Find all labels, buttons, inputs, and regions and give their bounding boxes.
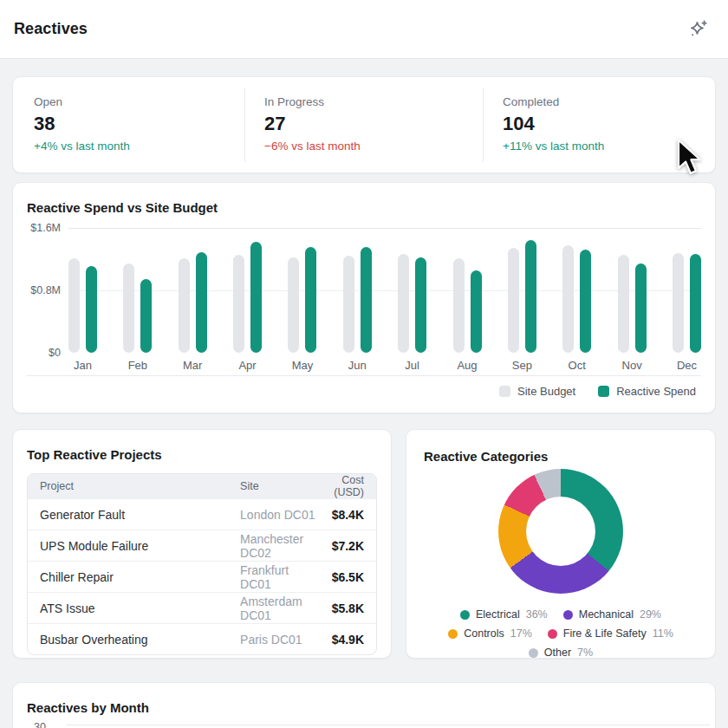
bar-group-dec — [673, 253, 701, 353]
ai-assist-button[interactable] — [683, 15, 712, 44]
stat-label: Open — [34, 95, 244, 109]
bar-site-budget — [508, 248, 519, 353]
legend-label: Electrical — [476, 606, 520, 623]
reactives-by-month-card: Reactives by Month 30 — [12, 682, 716, 728]
stat-delta: −6% vs last month — [264, 139, 483, 154]
legend-percent: 7% — [577, 644, 593, 661]
page-header: Reactives — [0, 0, 728, 59]
stat-label: In Progress — [264, 95, 483, 109]
stat-delta: +4% vs last month — [34, 139, 244, 154]
column-header-site: Site — [228, 474, 322, 498]
stats-summary-card: Open 38 +4% vs last month In Progress 27… — [12, 76, 716, 173]
x-axis-label: Nov — [618, 359, 647, 373]
bar-reactive-spend — [86, 266, 97, 353]
table-row: UPS Module FailureManchester DC02$7.2K — [28, 530, 376, 561]
bar-site-budget — [562, 245, 574, 353]
y-axis-tick: 30 — [34, 721, 46, 728]
donut-legend-item-mechanical: Mechanical29% — [556, 606, 669, 623]
bar-reactive-spend — [635, 263, 647, 353]
bar-reactive-spend — [690, 254, 701, 353]
cost-cell: $6.5K — [322, 561, 376, 592]
project-cell: UPS Module Failure — [28, 530, 228, 561]
x-axis-label: Apr — [233, 359, 262, 373]
project-cell: Busbar Overheating — [28, 623, 228, 654]
legend-label: Mechanical — [579, 606, 634, 623]
chart-title: Reactive Spend vs Site Budget — [27, 198, 701, 218]
donut-legend-item-fire-life-safety: Fire & Life Safety11% — [540, 625, 681, 642]
bar-group-apr — [233, 242, 262, 353]
x-axis-label: May — [288, 359, 316, 373]
legend-label: Reactive Spend — [616, 385, 696, 398]
x-axis-label: Mar — [179, 359, 207, 373]
sparkles-icon — [686, 18, 709, 41]
cost-cell: $5.8K — [322, 592, 376, 623]
legend-percent: 29% — [640, 606, 661, 623]
bar-reactive-spend — [525, 240, 536, 353]
bar-reactive-spend — [196, 252, 207, 353]
bar-group-feb — [123, 263, 152, 353]
legend-label: Controls — [464, 625, 504, 642]
stat-in-progress: In Progress 27 −6% vs last month — [245, 77, 483, 172]
stat-value: 104 — [503, 111, 715, 137]
bar-reactive-spend — [580, 250, 591, 353]
bar-reactive-spend — [415, 257, 426, 353]
bar-group-jan — [68, 258, 97, 353]
bar-group-may — [288, 247, 316, 353]
bar-site-budget — [68, 258, 80, 353]
page-title: Reactives — [14, 20, 88, 38]
stat-label: Completed — [503, 95, 715, 109]
bar-reactive-spend — [140, 279, 152, 353]
column-header-project: Project — [28, 474, 228, 498]
bar-site-budget — [343, 256, 354, 353]
x-axis-label: Oct — [562, 359, 591, 373]
site-cell: Paris DC01 — [228, 623, 322, 654]
dashboard-main: Open 38 +4% vs last month In Progress 27… — [0, 76, 728, 728]
table-title: Top Reactive Projects — [27, 445, 377, 465]
site-cell: London DC01 — [228, 498, 322, 530]
bar-site-budget — [673, 253, 684, 353]
stat-value: 38 — [34, 111, 244, 137]
top-projects-card: Top Reactive Projects Project Site Cost … — [12, 429, 392, 659]
stat-open: Open 38 +4% vs last month — [13, 77, 244, 172]
column-header-cost: Cost (USD) — [322, 474, 376, 498]
x-axis-label: Feb — [123, 359, 152, 373]
bottom-title: Reactives by Month — [27, 699, 701, 718]
top-projects-table: Project Site Cost (USD) Generator FaultL… — [27, 473, 377, 655]
bar-group-oct — [562, 245, 591, 353]
donut-title: Reactive Categories — [424, 447, 698, 466]
x-axis-label: Aug — [453, 359, 482, 373]
legend-percent: 17% — [510, 625, 532, 642]
cost-cell: $7.2K — [322, 530, 376, 561]
x-axis-label: Jul — [398, 359, 426, 373]
bar-group-nov — [618, 255, 647, 353]
bar-group-jun — [343, 247, 372, 353]
donut-legend-item-electrical: Electrical36% — [452, 606, 556, 623]
project-cell: Generator Fault — [28, 498, 228, 530]
legend-item-reactive-spend: Reactive Spend — [598, 385, 696, 398]
legend-percent: 36% — [526, 606, 548, 623]
mouse-cursor — [677, 139, 701, 177]
legend-swatch — [499, 386, 510, 397]
bar-group-jul — [398, 254, 426, 353]
x-axis-label: Jan — [68, 359, 97, 373]
donut-legend-item-controls: Controls17% — [440, 625, 540, 642]
table-header-row: Project Site Cost (USD) — [28, 474, 376, 498]
categories-card: Reactive Categories Electrical36%Mechani… — [406, 429, 716, 659]
table-row: Chiller RepairFrankfurt DC01$6.5K — [28, 561, 376, 592]
x-axis-labels: JanFebMarAprMayJunJulAugSepOctNovDec — [68, 359, 701, 373]
bar-reactive-spend — [305, 247, 316, 353]
bar-site-budget — [453, 258, 465, 353]
bar-reactive-spend — [471, 270, 482, 353]
x-axis-label: Dec — [673, 359, 701, 373]
table-row: ATS IssueAmsterdam DC01$5.8K — [28, 592, 376, 623]
legend-dot — [548, 629, 557, 639]
bar-site-budget — [618, 255, 629, 353]
donut-legend-item-other: Other7% — [521, 644, 601, 661]
bar-reactive-spend — [250, 242, 262, 353]
legend-dot — [563, 610, 573, 620]
chart-legend: Site BudgetReactive Spend — [27, 385, 701, 398]
table-row: Generator FaultLondon DC01$8.4K — [28, 498, 376, 530]
legend-label: Site Budget — [517, 385, 575, 398]
site-cell: Manchester DC02 — [228, 530, 322, 561]
bar-site-budget — [398, 254, 409, 353]
